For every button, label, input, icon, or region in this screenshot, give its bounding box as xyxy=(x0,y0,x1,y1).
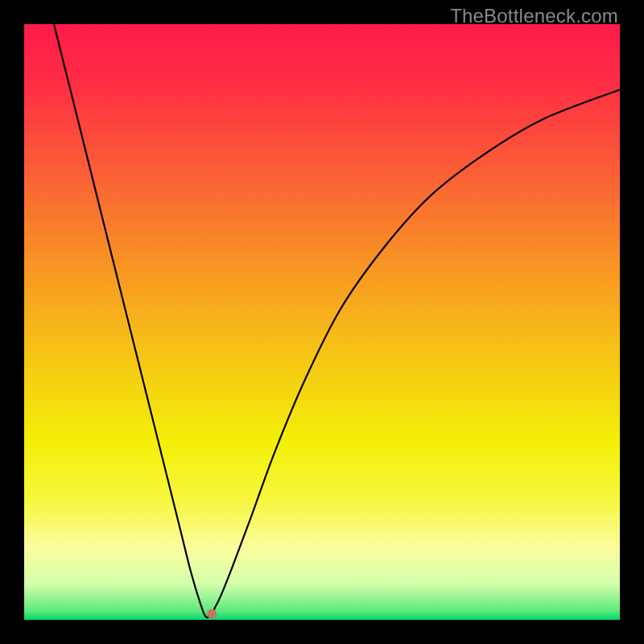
gradient-background xyxy=(24,24,620,620)
watermark-text: TheBottleneck.com xyxy=(450,5,618,27)
chart-frame xyxy=(24,24,620,620)
chart-svg xyxy=(24,24,620,620)
minimum-marker xyxy=(207,609,217,619)
